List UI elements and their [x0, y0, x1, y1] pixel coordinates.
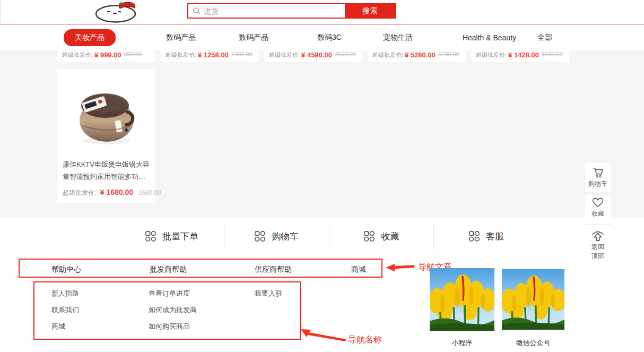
footer-link-newbie-guide[interactable]: 新人指路	[51, 289, 79, 298]
annotation-arrow-articles	[386, 263, 414, 272]
qr-wechat-official: 微信公众号	[502, 268, 564, 348]
grid-icon	[145, 230, 156, 242]
price: ¥ 1680.00	[100, 188, 133, 196]
tab-digital-products-2[interactable]: 数码产品	[239, 33, 268, 42]
annotation-label-nav-names: 导航名称	[348, 334, 382, 346]
back-to-top-label-1: 返回	[591, 243, 604, 251]
old-price: 1680.00	[542, 51, 563, 57]
footer-link-help-center[interactable]: 帮助中心	[51, 265, 81, 274]
annotation-box-nav-articles: 帮助中心 批发商帮助 供应商帮助 商城	[19, 259, 382, 278]
footer-services: 批量下单 购物车 收藏	[119, 224, 538, 248]
price: ¥ 4590.00	[301, 51, 332, 59]
annotation-arrow-names	[300, 328, 346, 341]
qr-label-mini-program: 小程序	[452, 338, 473, 348]
service-label: 收藏	[381, 230, 399, 243]
price-prefix: 超级批发价:	[62, 51, 93, 59]
price: ¥ 1428.00	[508, 51, 539, 59]
service-customer-support[interactable]: 客服	[433, 224, 538, 248]
grid-icon	[363, 230, 375, 242]
tulip-image	[502, 268, 564, 331]
price-prefix: 超级批发价:	[269, 51, 300, 59]
footer-link-supplier-help[interactable]: 供应商帮助	[255, 265, 292, 274]
product-card[interactable]: 超级批发价: ¥ 1428.00 1680.00	[471, 50, 569, 62]
footer-link-mall[interactable]: 商城	[351, 265, 366, 274]
footer-link-contact-us[interactable]: 联系我们	[51, 305, 79, 315]
old-price: 999.00	[124, 51, 142, 57]
price-prefix: 超级批发价:	[476, 51, 507, 59]
footer-section: 批量下单 购物车 收藏	[0, 218, 644, 352]
old-price: 1398.00	[231, 51, 253, 57]
product-card[interactable]: 超级批发价: ¥ 4590.00 4590.00	[264, 50, 362, 62]
price-prefix: 超级批发价:	[372, 51, 403, 59]
price: ¥ 999.00	[94, 51, 121, 59]
old-price: 4590.00	[335, 51, 356, 57]
service-label: 客服	[486, 230, 504, 243]
price-prefix: 超级批发价:	[63, 189, 96, 196]
old-price: 5280.00	[438, 51, 459, 57]
footer-link-wholesaler-help[interactable]: 批发商帮助	[150, 265, 187, 274]
product-card[interactable]: 超级批发价: ¥ 1258.00 1398.00	[161, 50, 259, 62]
qr-mini-program: 小程序	[430, 268, 494, 348]
qr-label-wechat-official: 微信公众号	[516, 338, 551, 348]
float-favorites-button[interactable]: 收藏	[585, 195, 611, 220]
annotation-box-nav-names: 新人指路 联系我们 商城 查看订单进度 如何成为批发商 如何购买商品 我要入驻	[33, 281, 301, 340]
footer-link-order-progress[interactable]: 查看订单进度	[149, 289, 190, 298]
mascot-logo-icon	[88, 1, 149, 23]
tab-digital-products-1[interactable]: 数码产品	[166, 33, 196, 42]
product-image-rice-cooker	[57, 69, 155, 158]
tab-digital-3c[interactable]: 数码3C	[317, 33, 342, 42]
site-logo[interactable]	[88, 1, 149, 25]
tab-all[interactable]: 全部	[537, 33, 552, 42]
service-favorites[interactable]: 收藏	[329, 224, 434, 248]
tab-beauty-products[interactable]: 美妆产品	[64, 29, 116, 46]
product-card[interactable]: 超级批发价: ¥ 5280.00 5280.00	[368, 50, 466, 62]
float-cart-label: 购物车	[588, 179, 607, 188]
footer-link-how-to-buy[interactable]: 如何购买商品	[149, 322, 190, 331]
service-label: 购物车	[272, 230, 299, 243]
footer-link-join-us[interactable]: 我要入驻	[255, 289, 282, 298]
tulip-image	[430, 268, 494, 331]
back-to-top-label-2: 顶部	[591, 252, 604, 260]
grid-icon	[468, 230, 480, 242]
category-nav: 美妆产品 数码产品 数码产品 数码3C 宠物生活 Health & Beauty…	[0, 24, 644, 50]
search-bar: 搜索	[187, 3, 396, 19]
heart-icon	[592, 198, 604, 208]
search-icon	[193, 7, 201, 15]
footer-link-become-wholesaler[interactable]: 如何成为批发商	[149, 305, 197, 315]
back-to-top-icon	[591, 230, 604, 242]
product-row-cutoff: 超级批发价: ¥ 999.00 999.00 超级批发价: ¥ 1258.00 …	[57, 50, 569, 62]
float-cart-button[interactable]: 购物车	[585, 163, 611, 192]
price: ¥ 1258.00	[198, 51, 229, 59]
footer-divider	[38, 253, 566, 253]
tab-pet-life[interactable]: 宠物生活	[383, 33, 413, 42]
search-input[interactable]	[204, 7, 345, 15]
service-bulk-order[interactable]: 批量下单	[119, 224, 224, 248]
service-cart[interactable]: 购物车	[224, 224, 329, 248]
service-label: 批量下单	[162, 230, 198, 243]
footer-link-mall-2[interactable]: 商城	[51, 322, 65, 331]
price: ¥ 5280.00	[405, 51, 436, 59]
cart-icon	[592, 167, 604, 178]
old-price: 1680.00	[138, 189, 161, 196]
product-card-rice-cooker[interactable]: 康佳KKTV电饭煲电饭锅大容量智能预约家用智能多功能煮饭锅... 超级批发价: …	[57, 69, 155, 203]
back-to-top-button[interactable]: 返回 顶部	[585, 224, 611, 264]
tab-health-beauty[interactable]: Health & Beauty	[463, 33, 516, 42]
site-header: 搜索	[0, 0, 644, 24]
product-grid-section: 超级批发价: ¥ 999.00 999.00 超级批发价: ¥ 1258.00 …	[0, 50, 644, 218]
product-card[interactable]: 超级批发价: ¥ 999.00 999.00	[57, 50, 155, 62]
product-title[interactable]: 康佳KKTV电饭煲电饭锅大容量智能预约家用智能多功能煮饭锅...	[57, 158, 155, 183]
product-price-row: 超级批发价: ¥ 1680.00 1680.00	[57, 187, 155, 198]
search-button[interactable]: 搜索	[345, 4, 395, 18]
price-prefix: 超级批发价:	[166, 51, 196, 59]
grid-icon	[254, 230, 266, 242]
float-favorites-label: 收藏	[591, 209, 604, 218]
